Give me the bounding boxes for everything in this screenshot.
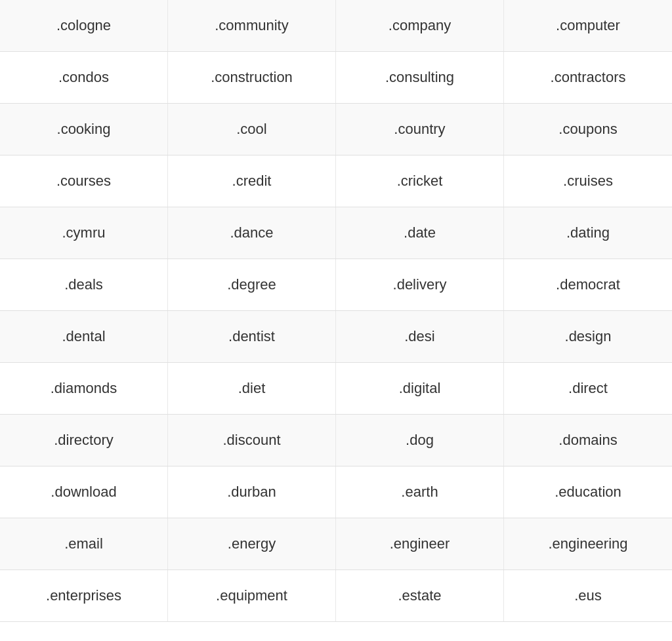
list-item[interactable]: .email	[0, 518, 168, 569]
list-item[interactable]: .cool	[168, 104, 336, 155]
list-item[interactable]: .contractors	[504, 52, 672, 103]
table-row: .condos.construction.consulting.contract…	[0, 52, 672, 104]
list-item[interactable]: .date	[336, 207, 504, 258]
list-item[interactable]: .estate	[336, 570, 504, 621]
list-item[interactable]: .computer	[504, 0, 672, 51]
table-row: .directory.discount.dog.domains	[0, 415, 672, 466]
list-item[interactable]: .diamonds	[0, 363, 168, 414]
table-row: .deals.degree.delivery.democrat	[0, 259, 672, 311]
table-row: .cooking.cool.country.coupons	[0, 104, 672, 155]
table-row: .enterprises.equipment.estate.eus	[0, 570, 672, 622]
list-item[interactable]: .dog	[336, 415, 504, 466]
list-item[interactable]: .credit	[168, 155, 336, 207]
list-item[interactable]: .eus	[504, 570, 672, 621]
list-item[interactable]: .cruises	[504, 155, 672, 207]
list-item[interactable]: .diet	[168, 363, 336, 414]
list-item[interactable]: .directory	[0, 415, 168, 466]
list-item[interactable]: .engineering	[504, 518, 672, 569]
list-item[interactable]: .country	[336, 104, 504, 155]
list-item[interactable]: .earth	[336, 466, 504, 518]
list-item[interactable]: .cymru	[0, 207, 168, 258]
table-row: .email.energy.engineer.engineering	[0, 518, 672, 570]
list-item[interactable]: .energy	[168, 518, 336, 569]
list-item[interactable]: .engineer	[336, 518, 504, 569]
table-row: .download.durban.earth.education	[0, 466, 672, 518]
list-item[interactable]: .consulting	[336, 52, 504, 103]
list-item[interactable]: .dental	[0, 311, 168, 362]
list-item[interactable]: .dance	[168, 207, 336, 258]
table-row: .courses.credit.cricket.cruises	[0, 155, 672, 207]
list-item[interactable]: .cooking	[0, 104, 168, 155]
list-item[interactable]: .condos	[0, 52, 168, 103]
table-row: .cymru.dance.date.dating	[0, 207, 672, 259]
list-item[interactable]: .coupons	[504, 104, 672, 155]
list-item[interactable]: .education	[504, 466, 672, 518]
table-row: .diamonds.diet.digital.direct	[0, 363, 672, 415]
list-item[interactable]: .dentist	[168, 311, 336, 362]
list-item[interactable]: .download	[0, 466, 168, 518]
list-item[interactable]: .direct	[504, 363, 672, 414]
list-item[interactable]: .cologne	[0, 0, 168, 51]
list-item[interactable]: .durban	[168, 466, 336, 518]
list-item[interactable]: .enterprises	[0, 570, 168, 621]
list-item[interactable]: .degree	[168, 259, 336, 310]
list-item[interactable]: .deals	[0, 259, 168, 310]
list-item[interactable]: .cricket	[336, 155, 504, 207]
list-item[interactable]: .delivery	[336, 259, 504, 310]
table-row: .cologne.community.company.computer	[0, 0, 672, 52]
list-item[interactable]: .company	[336, 0, 504, 51]
list-item[interactable]: .courses	[0, 155, 168, 207]
list-item[interactable]: .discount	[168, 415, 336, 466]
domain-grid: .cologne.community.company.computer.cond…	[0, 0, 672, 622]
list-item[interactable]: .domains	[504, 415, 672, 466]
list-item[interactable]: .community	[168, 0, 336, 51]
list-item[interactable]: .design	[504, 311, 672, 362]
list-item[interactable]: .construction	[168, 52, 336, 103]
list-item[interactable]: .desi	[336, 311, 504, 362]
list-item[interactable]: .digital	[336, 363, 504, 414]
table-row: .dental.dentist.desi.design	[0, 311, 672, 363]
list-item[interactable]: .dating	[504, 207, 672, 258]
list-item[interactable]: .equipment	[168, 570, 336, 621]
list-item[interactable]: .democrat	[504, 259, 672, 310]
